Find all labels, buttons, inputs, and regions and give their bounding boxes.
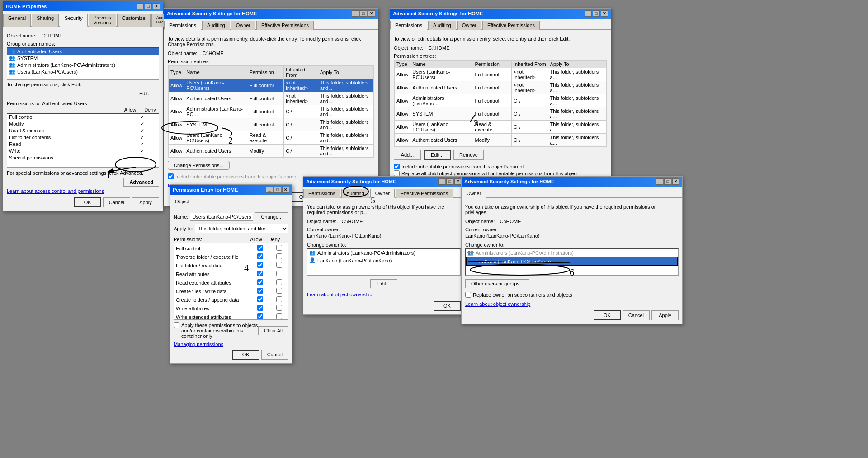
cancel-btn-pe[interactable]: Cancel <box>261 350 288 360</box>
pe-tv-deny[interactable] <box>276 253 282 259</box>
add-button-2[interactable]: Add... <box>394 150 421 160</box>
maximize-button[interactable]: □ <box>145 3 152 9</box>
pe-rea-allow[interactable] <box>257 279 263 285</box>
pe-ra-deny[interactable] <box>276 271 282 276</box>
tab-effective-1[interactable]: Effective Permissions <box>256 21 314 30</box>
tab-owner-o2[interactable]: Owner <box>462 189 486 198</box>
perm-row-2-5[interactable]: Allow Users (LanKano-PC\Users) Read & ex… <box>395 121 607 134</box>
advanced-button[interactable]: Advanced <box>123 178 159 187</box>
change-permissions-button[interactable]: Change Permissions... <box>168 161 230 170</box>
tab-permissions-2[interactable]: Permissions <box>390 21 427 30</box>
tab-general[interactable]: General <box>3 14 31 27</box>
pe-ra-allow[interactable] <box>257 271 263 276</box>
pe-cfa-deny[interactable] <box>276 296 282 302</box>
minimize-btn-1[interactable]: _ <box>352 10 359 17</box>
tab-owner-o1[interactable]: Owner <box>370 189 395 198</box>
close-btn-5[interactable]: ✕ <box>672 178 679 185</box>
perm-row-2-6[interactable]: Allow Authenticated Users Modify C:\ Thi… <box>395 134 607 147</box>
perm-row-5[interactable]: Allow Users (LanKano-PC\Users) Read & ex… <box>169 131 374 145</box>
edit-button[interactable]: Edit... <box>132 89 159 98</box>
owner-list-1[interactable]: 👥 Administrators (LanKano-PC\Administrat… <box>307 248 461 276</box>
perm-entry-listbox[interactable]: Full control Traverse folder / execute f… <box>174 243 288 320</box>
tab-owner-2[interactable]: Owner <box>457 21 481 30</box>
include-inheritable-cb[interactable] <box>168 173 174 179</box>
tab-permissions-1[interactable]: Permissions <box>164 21 201 30</box>
close-button[interactable]: ✕ <box>153 3 160 9</box>
user-administrators[interactable]: 👥 Administrators (LanKano-PC\Administrat… <box>7 61 159 68</box>
perm-row-2-2[interactable]: Allow Authenticated Users Full control <… <box>395 81 607 94</box>
tab-effective-2[interactable]: Effective Permissions <box>482 21 540 30</box>
pe-wa-deny[interactable] <box>276 305 282 311</box>
pe-cf-deny[interactable] <box>276 288 282 294</box>
apply-button[interactable]: Apply <box>132 197 159 207</box>
pe-rea-deny[interactable] <box>276 279 282 285</box>
clear-all-btn[interactable]: Clear All <box>258 326 288 335</box>
apply-containers-cb[interactable] <box>174 322 179 328</box>
user-system[interactable]: 👥 SYSTEM <box>7 55 159 61</box>
users-listbox[interactable]: 👥 Authenticated Users 👥 SYSTEM 👥 Adminis… <box>7 47 159 80</box>
name-field[interactable] <box>190 213 253 221</box>
pe-lf-allow[interactable] <box>257 262 263 268</box>
include-inheritable-cb-2[interactable] <box>394 164 400 169</box>
learn-link-owner-1[interactable]: Learn about object ownership <box>307 292 372 297</box>
user-users[interactable]: 👥 Users (LanKano-PC\Users) <box>7 68 159 75</box>
cancel-button[interactable]: Cancel <box>103 197 130 207</box>
close-btn-2[interactable]: ✕ <box>601 10 608 17</box>
maximize-btn-2[interactable]: □ <box>593 10 600 17</box>
tab-object[interactable]: Object <box>170 197 194 206</box>
ok-btn-o1[interactable]: OK <box>434 301 461 311</box>
owner-item-lankano-1[interactable]: 👤 LanKano (LanKano-PC\LanKano) <box>307 257 460 264</box>
cancel-btn-o2[interactable]: Cancel <box>623 310 650 320</box>
ok-button[interactable]: OK <box>74 197 101 207</box>
learn-link-owner-2[interactable]: Learn about object ownership <box>465 301 530 307</box>
pe-fc-deny[interactable] <box>276 245 282 251</box>
owner-list-2[interactable]: 👥 Administrators (LanKano-PC\Administrat… <box>465 248 679 276</box>
perm-row-3[interactable]: Allow Administrators (LanKano-PC-... Ful… <box>169 105 374 118</box>
replace-all-cb[interactable] <box>394 170 400 176</box>
pe-wea-allow[interactable] <box>257 313 263 319</box>
learn-link[interactable]: Learn about access control and permissio… <box>7 188 104 194</box>
minimize-btn-3[interactable]: _ <box>266 187 273 193</box>
perm-row-2-3[interactable]: Allow Administrators (LanKano-... Full c… <box>395 94 607 107</box>
pe-cf-allow[interactable] <box>257 288 263 294</box>
tab-auditing-1[interactable]: Auditing <box>202 21 230 30</box>
perm-row-4[interactable]: Allow SYSTEM Full control C:\ This folde… <box>169 118 374 131</box>
maximize-btn-3[interactable]: □ <box>274 187 281 193</box>
perm-row-6[interactable]: Allow Authenticated Users Modify C:\ Thi… <box>169 145 374 158</box>
perm-row-2-1[interactable]: Allow Users (LanKano-PC\Users) Full cont… <box>395 68 607 81</box>
pe-cfa-allow[interactable] <box>257 296 263 302</box>
minimize-btn-5[interactable]: _ <box>656 178 663 185</box>
tab-auditing-o1[interactable]: Auditing <box>341 189 369 198</box>
change-btn[interactable]: Change... <box>255 212 288 221</box>
tab-permissions-o1[interactable]: Permissions <box>303 189 340 198</box>
tab-sharing[interactable]: Sharing <box>32 14 59 27</box>
owner-item-admins-1[interactable]: 👥 Administrators (LanKano-PC\Administrat… <box>307 249 460 257</box>
minimize-btn-2[interactable]: _ <box>585 10 592 17</box>
close-btn-1[interactable]: ✕ <box>368 10 375 17</box>
other-users-btn[interactable]: Other users or groups... <box>465 279 529 288</box>
manage-link-pe[interactable]: Managing permissions <box>174 341 223 347</box>
edit-btn-owner-1[interactable]: Edit... <box>370 279 397 288</box>
pe-wea-deny[interactable] <box>276 313 282 319</box>
perm-row-2-4[interactable]: Allow SYSTEM Full control C:\ This folde… <box>395 107 607 121</box>
pe-tv-allow[interactable] <box>257 253 263 259</box>
edit-button-2[interactable]: Edit... <box>424 150 451 160</box>
ok-btn-pe[interactable]: OK <box>232 350 259 360</box>
perm-table-container-2[interactable]: Type Name Permission Inherited From Appl… <box>394 60 607 147</box>
tab-security[interactable]: Security <box>60 14 88 27</box>
replace-owner-cb[interactable] <box>465 292 471 298</box>
tab-auditing-2[interactable]: Auditing <box>428 21 456 30</box>
pe-lf-deny[interactable] <box>276 262 282 268</box>
maximize-btn-5[interactable]: □ <box>664 178 671 185</box>
perm-row-2[interactable]: Allow Authenticated Users Full control <… <box>169 92 374 105</box>
pe-wa-allow[interactable] <box>257 305 263 311</box>
maximize-btn-4[interactable]: □ <box>446 178 453 185</box>
perm-table-container-1[interactable]: Type Name Permission Inherited From Appl… <box>168 65 374 158</box>
close-btn-3[interactable]: ✕ <box>282 187 289 193</box>
minimize-btn-4[interactable]: _ <box>438 178 445 185</box>
tab-previous-versions[interactable]: Previous Versions <box>89 14 116 27</box>
tab-customize[interactable]: Customize <box>117 14 151 27</box>
ok-btn-o2[interactable]: OK <box>594 310 621 320</box>
apply-to-select[interactable]: This folder, subfolders and files <box>195 224 288 233</box>
tab-effective-o1[interactable]: Effective Permissions <box>396 189 453 198</box>
